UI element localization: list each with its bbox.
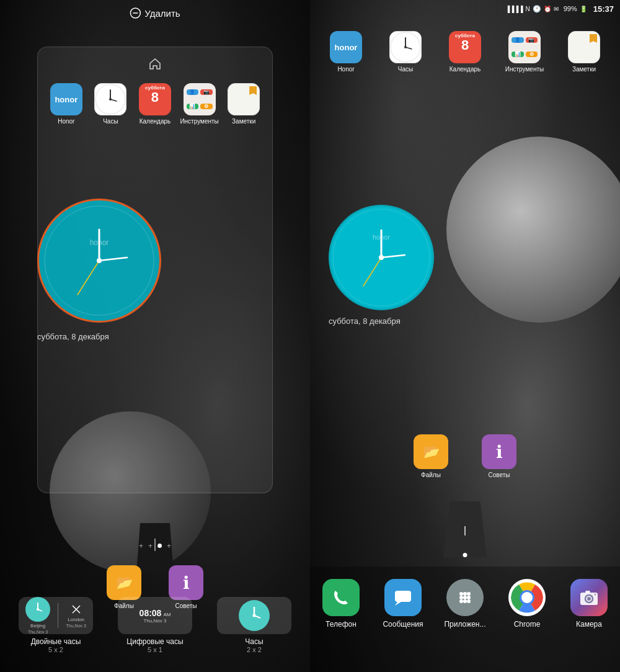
dot-plus-3[interactable]: + (167, 544, 171, 548)
notes-label-left: Заметки (232, 118, 255, 125)
date-text-left: суббота, 8 декабря (37, 332, 109, 341)
svg-point-15 (37, 608, 39, 611)
messages-label: Сообщения (383, 620, 423, 629)
road-line-right (464, 526, 466, 535)
app-item-clock-left[interactable]: Часы (89, 83, 132, 125)
double-clock-label: Двойные часы (31, 637, 81, 646)
dock-right: Телефон Сообщения (310, 567, 620, 672)
digital-preview: 08:08 AM Thu,Nov 3 (140, 608, 171, 624)
delete-label: Удалить (144, 8, 180, 19)
svg-line-10 (78, 261, 99, 295)
chrome-svg (510, 580, 544, 615)
clock-label-left: Часы (103, 118, 118, 125)
calendar-icon-right: суббота 8 (449, 31, 481, 63)
clock-widget-large-left[interactable]: honor (37, 199, 161, 323)
clock-label-right: Часы (398, 66, 413, 73)
wifi-icon: N (525, 6, 529, 12)
chrome-label: Chrome (514, 620, 541, 629)
clock-icon-left (94, 83, 126, 115)
cal-day-num: 8 (151, 91, 159, 104)
dock-item-apps[interactable]: Приложен... (437, 579, 493, 629)
clock-status-icon: 🕐 (533, 5, 541, 13)
calendar-label-right: Календарь (450, 66, 480, 73)
svg-point-40 (467, 596, 471, 599)
x-icon (70, 603, 82, 616)
clock-svg-right: honor (329, 205, 433, 310)
notes-icon-left (228, 83, 260, 115)
dock-item-phone[interactable]: Телефон (313, 579, 369, 629)
app-item-honor-right[interactable]: honor Honor (324, 31, 368, 73)
dot-active[interactable] (157, 544, 162, 548)
calendar-label-left: Календарь (140, 118, 170, 125)
tool-cell-3: 📊 (187, 104, 199, 109)
tools-icon-right: 👤 📷 📊 ⚙ (508, 31, 541, 63)
status-icons: ▐▐▐▐ N 🕐 ⏰ ✉ 99% 🔋 15:37 (505, 4, 614, 14)
alarm-icon: ⏰ (544, 6, 551, 12)
svg-rect-33 (395, 591, 411, 602)
digital-date: Thu,Nov 3 (144, 618, 167, 624)
widget-double-clock[interactable]: Beijing Thu,Nov 3 London Thu,Nov 3 Двойн… (12, 597, 99, 653)
cal-day-num-right: 8 (461, 38, 469, 52)
note-bookmark-right (590, 34, 597, 43)
clock-ring: honor (37, 199, 161, 323)
clock-svg-large: honor (40, 202, 158, 320)
app-item-tips-right[interactable]: ℹ Советы (477, 434, 521, 479)
dot-plus-2[interactable]: + (148, 544, 153, 548)
widget-preview-digital: 08:08 AM Thu,Nov 3 (118, 597, 192, 634)
app-item-notes-right[interactable]: Заметки (562, 31, 606, 73)
apps-grid-svg (454, 587, 476, 608)
app-item-notes-left[interactable]: Заметки (222, 83, 265, 125)
note-bookmark (249, 86, 257, 95)
tips-icon-right: ℹ (482, 434, 516, 469)
svg-point-35 (459, 592, 463, 596)
digital-time: 08:08 (140, 608, 162, 618)
tips-icon-card: ℹ (169, 565, 203, 600)
svg-point-39 (463, 596, 467, 599)
files-icon-right: 📂 (414, 434, 448, 469)
email-icon: ✉ (554, 6, 559, 12)
honor-icon-right: honor (330, 31, 362, 63)
svg-point-36 (463, 592, 467, 596)
app-item-calendar-left[interactable]: суббота 8 Календарь (133, 83, 177, 125)
tool-cell-4: ⚙ (200, 104, 213, 109)
dock-item-messages[interactable]: Сообщения (375, 579, 431, 629)
widget-preview-double: Beijing Thu,Nov 3 London Thu,Nov 3 (19, 597, 93, 634)
widget-analog-clock[interactable]: Часы 2 x 2 (211, 597, 298, 653)
page-dots-left: + + + (0, 544, 310, 548)
app-item-files-right[interactable]: 📂 Файлы (409, 434, 453, 479)
date-label-right: суббота, 8 декабря (329, 316, 401, 326)
dot-plus-1[interactable]: + (139, 544, 143, 548)
svg-point-38 (459, 596, 463, 599)
svg-point-25 (404, 46, 407, 48)
svg-point-51 (595, 594, 596, 596)
clock-widget-right[interactable]: honor (329, 205, 434, 310)
tools-icon-left: 👤 📷 📊 ⚙ (184, 83, 216, 115)
digital-clock-size: 5 x 1 (148, 646, 162, 653)
widget-digital-clock[interactable]: 08:08 AM Thu,Nov 3 Цифровые часы 5 x 1 (112, 597, 198, 653)
left-panel: Удалить honor Honor (0, 0, 310, 672)
dock-item-camera[interactable]: Камера (561, 579, 617, 629)
dock-item-chrome[interactable]: Chrome (499, 579, 555, 629)
camera-icon (570, 579, 608, 616)
app-item-clock-right[interactable]: Часы (384, 31, 427, 73)
svg-point-49 (587, 597, 591, 601)
time-display: 15:37 (593, 4, 614, 14)
honor-icon-left: honor (50, 83, 82, 115)
clock-face-left (95, 84, 126, 115)
app-item-tools-left[interactable]: 👤 📷 📊 ⚙ Инструменты (178, 83, 221, 125)
honor-label-left: Honor (58, 118, 74, 125)
top-apps-right: honor Honor Часы суббота 8 Календарь (310, 31, 620, 73)
delete-button[interactable]: Удалить (130, 7, 180, 19)
svg-point-43 (467, 599, 471, 603)
tools-label-right: Инструменты (505, 66, 544, 73)
small-analog-1 (25, 597, 50, 622)
app-item-honor-left[interactable]: honor Honor (45, 83, 88, 125)
small-analog-widget (239, 600, 270, 631)
status-bar: ▐▐▐▐ N 🕐 ⏰ ✉ 99% 🔋 15:37 (310, 0, 620, 17)
app-item-calendar-right[interactable]: суббота 8 Календарь (443, 31, 487, 73)
svg-rect-50 (585, 591, 590, 593)
tools-label-left: Инструменты (180, 118, 218, 125)
tool-cell-r3: 📊 (512, 52, 524, 57)
svg-point-46 (521, 592, 533, 603)
app-item-tools-right[interactable]: 👤 📷 📊 ⚙ Инструменты (503, 31, 546, 73)
